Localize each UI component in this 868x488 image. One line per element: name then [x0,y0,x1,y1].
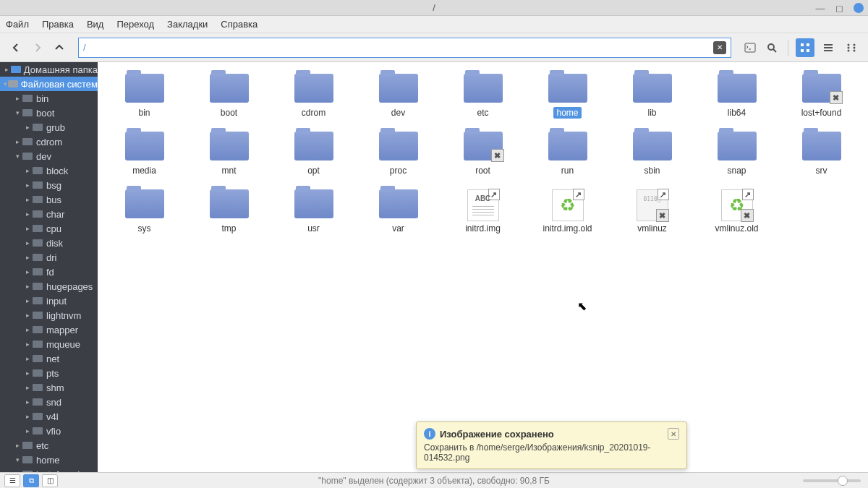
file-item[interactable]: sbin [613,130,692,178]
compact-view-button[interactable] [842,38,861,57]
tree-item[interactable]: ▸dri [0,250,98,265]
expand-arrow-icon[interactable]: ▸ [23,341,32,348]
expand-arrow-icon[interactable]: ▸ [23,210,32,218]
tree-pane-button[interactable]: ⧉ [23,474,39,487]
file-item[interactable]: boot [190,72,268,120]
tree-item[interactable]: ▸char [0,207,98,221]
expand-arrow-icon[interactable]: ▸ [23,225,32,232]
expand-arrow-icon[interactable]: ▸ [23,384,32,391]
expand-arrow-icon[interactable]: ▸ [3,66,11,73]
tree-item[interactable]: ▸lost+found [0,467,98,472]
tree-item[interactable]: ▸pts [0,366,98,380]
path-input[interactable] [83,42,713,53]
notification-close-button[interactable]: ✕ [668,428,679,440]
expand-arrow-icon[interactable]: ▸ [23,369,32,377]
expand-arrow-icon[interactable]: ▸ [23,427,32,435]
sidebar-tree[interactable]: ▸Домашняя папка▾Файловая систем▸bin▾boot… [0,62,98,472]
open-terminal-icon[interactable] [741,39,759,56]
menu-view[interactable]: Вид [87,19,104,30]
expand-arrow-icon[interactable]: ▸ [23,312,32,319]
tree-item[interactable]: ▸hugepages [0,279,98,294]
menu-go[interactable]: Переход [116,19,154,30]
tree-item[interactable]: ▸shm [0,380,98,395]
expand-arrow-icon[interactable]: ▾ [13,456,22,463]
tree-item[interactable]: ▸snd [0,395,98,409]
clear-path-icon[interactable]: ✕ [713,41,726,54]
menu-edit[interactable]: Правка [42,19,74,30]
tree-item[interactable]: ▸disk [0,236,98,250]
search-icon[interactable] [763,39,780,56]
path-entry[interactable]: ✕ [78,38,731,58]
file-item[interactable]: home [528,72,607,120]
forward-button[interactable] [29,39,46,56]
file-item[interactable]: lib64 [697,72,776,120]
expand-arrow-icon[interactable]: ▸ [23,254,32,261]
file-item[interactable]: usr [274,188,353,236]
expand-arrow-icon[interactable]: ▾ [13,109,22,116]
zoom-slider[interactable] [803,479,861,482]
file-item[interactable]: proc [359,130,438,178]
file-item[interactable]: lost+found [782,72,861,120]
tree-item[interactable]: ▸lightnvm [0,308,98,322]
close-button[interactable] [854,3,864,13]
file-item[interactable]: var [359,188,438,236]
file-item[interactable]: bin [105,72,184,120]
file-item[interactable]: lib [613,72,692,120]
file-item[interactable]: vmlinuz [613,188,692,236]
file-item[interactable]: run [528,130,607,178]
tree-item[interactable]: ▸bsg [0,178,98,192]
file-item[interactable]: tmp [190,188,268,236]
tree-item[interactable]: ▸Домашняя папка [0,62,98,77]
tree-item[interactable]: ▸bin [0,91,98,106]
file-item[interactable]: cdrom [274,72,353,120]
tree-item[interactable]: ▸net [0,351,98,366]
file-item[interactable]: opt [274,130,353,178]
dual-pane-button[interactable]: ◫ [42,474,58,487]
file-item[interactable]: sys [105,188,184,236]
file-item[interactable]: initrd.img [443,188,522,236]
file-item[interactable]: mnt [190,130,268,178]
file-item[interactable]: initrd.img.old [528,188,607,236]
expand-arrow-icon[interactable]: ▸ [23,181,32,189]
expand-arrow-icon[interactable]: ▸ [23,196,32,203]
expand-arrow-icon[interactable]: ▸ [23,239,32,247]
file-item[interactable]: snap [697,130,776,178]
expand-arrow-icon[interactable]: ▸ [23,124,32,131]
tree-item[interactable]: ▾Файловая систем [0,77,98,91]
expand-arrow-icon[interactable]: ▸ [23,355,32,362]
list-view-button[interactable] [819,38,838,57]
zoom-thumb[interactable] [838,476,848,486]
file-item[interactable]: root [443,130,522,178]
tree-item[interactable]: ▸etc [0,438,98,453]
expand-arrow-icon[interactable]: ▸ [23,167,32,174]
expand-arrow-icon[interactable]: ▸ [23,283,32,290]
minimize-button[interactable]: ― [816,4,825,12]
expand-arrow-icon[interactable]: ▾ [3,80,8,87]
tree-item[interactable]: ▸block [0,163,98,178]
file-item[interactable]: etc [443,72,522,120]
expand-arrow-icon[interactable]: ▸ [13,95,22,102]
tree-item[interactable]: ▸mqueue [0,337,98,351]
tree-item[interactable]: ▸input [0,294,98,308]
tree-item[interactable]: ▸vfio [0,424,98,438]
expand-arrow-icon[interactable]: ▸ [13,138,22,145]
tree-item[interactable]: ▸bus [0,192,98,207]
tree-item[interactable]: ▾home [0,453,98,467]
tree-item[interactable]: ▸mapper [0,322,98,337]
menu-help[interactable]: Справка [221,19,258,30]
file-item[interactable]: srv [782,130,861,178]
menu-bookmarks[interactable]: Закладки [167,19,208,30]
up-button[interactable] [51,39,68,56]
expand-arrow-icon[interactable]: ▸ [23,413,32,420]
file-item[interactable]: dev [359,72,438,120]
tree-item[interactable]: ▸cdrom [0,134,98,149]
file-item[interactable]: vmlinuz.old [697,188,776,236]
expand-arrow-icon[interactable]: ▸ [23,326,32,333]
expand-arrow-icon[interactable]: ▸ [13,442,22,449]
back-button[interactable] [7,39,25,56]
expand-arrow-icon[interactable]: ▸ [23,268,32,275]
tree-item[interactable]: ▸v4l [0,409,98,424]
tree-item[interactable]: ▸fd [0,265,98,279]
expand-arrow-icon[interactable]: ▸ [23,398,32,406]
tree-item[interactable]: ▾boot [0,106,98,120]
